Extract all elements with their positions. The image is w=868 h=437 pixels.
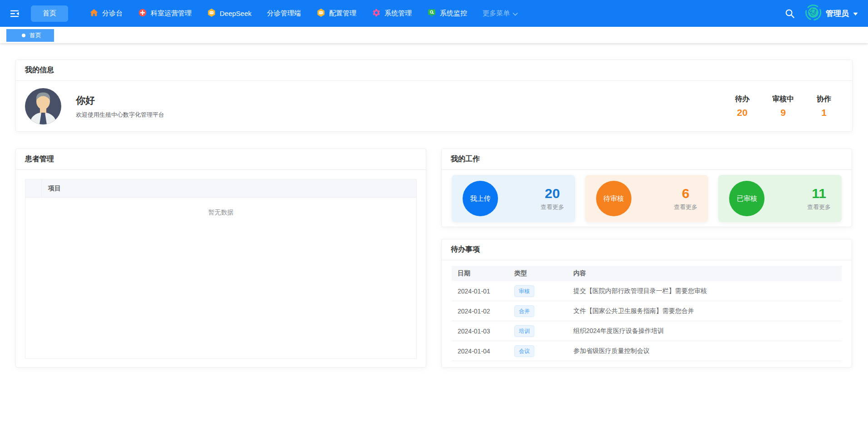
stat-label: 协作 [817, 94, 831, 104]
top-navbar: 首页 分诊台 科室运营管理 DeepSeek 分诊管理端 配置管理 系统管理 [0, 0, 868, 27]
view-more-link[interactable]: 查看更多 [807, 203, 831, 211]
work-tile-pending-review[interactable]: 待审核 6 查看更多 [585, 175, 709, 222]
monitor-search-icon [427, 8, 436, 19]
work-tile-label: 我上传 [463, 181, 498, 216]
main-content: 我的信息 你好 欢迎使用生殖中心数字化管理平台 待办 [0, 43, 868, 367]
column-header-content: 内容 [567, 269, 842, 278]
todo-date: 2024-01-03 [452, 328, 508, 335]
chevron-down-icon [513, 10, 518, 17]
nav-more-menu[interactable]: 更多菜单 [475, 0, 526, 27]
nav-item-label: 科室运营管理 [151, 9, 192, 18]
todo-table-header: 日期 类型 内容 [452, 266, 842, 281]
type-badge: 会议 [514, 345, 534, 357]
caret-down-icon [853, 9, 858, 18]
work-tile-reviewed[interactable]: 已审核 11 查看更多 [718, 175, 842, 222]
nav-item-label: 更多菜单 [483, 9, 510, 18]
tab-bar: 首页 [0, 27, 868, 43]
medical-cross-icon [138, 8, 147, 19]
nav-item-deepseek[interactable]: DeepSeek [199, 0, 259, 27]
work-tile-value: 11 [807, 186, 831, 201]
stat-value: 9 [772, 107, 794, 118]
work-tile-value: 6 [674, 186, 697, 201]
todo-date: 2024-01-01 [452, 288, 508, 295]
my-work-card: 我的工作 我上传 20 查看更多 待审核 6 查看更多 [441, 149, 852, 227]
column-header: 项目 [42, 184, 61, 193]
stat-in-review[interactable]: 审核中 9 [772, 94, 794, 118]
user-logo-avatar [805, 4, 822, 23]
type-badge: 审核 [514, 285, 534, 297]
my-info-title: 我的信息 [16, 60, 852, 81]
home-icon [89, 8, 99, 19]
todo-content: 参加省级医疗质量控制会议 [567, 347, 842, 355]
greeting-block: 你好 欢迎使用生殖中心数字化管理平台 [76, 94, 164, 119]
column-header-date: 日期 [452, 269, 508, 278]
search-icon[interactable] [780, 5, 799, 23]
nav-item-system-monitor[interactable]: 系统监控 [419, 0, 475, 27]
robot-hexagon-icon [316, 8, 326, 19]
stat-value: 20 [735, 107, 750, 118]
todo-content: 提交【医院内部行政管理目录一栏】需要您审核 [567, 287, 842, 295]
robot-hexagon-icon [207, 8, 216, 19]
active-tab-dot-icon [22, 34, 25, 37]
work-tile-value: 20 [541, 186, 564, 201]
profile-avatar [25, 88, 61, 124]
view-more-link[interactable]: 查看更多 [674, 203, 697, 211]
greeting-text: 你好 [76, 94, 164, 107]
work-tile-label: 已审核 [729, 181, 764, 216]
user-menu[interactable]: 管理员 [805, 4, 858, 23]
nav-item-label: 分诊台 [102, 9, 123, 18]
nav-item-label: DeepSeek [220, 10, 252, 17]
stat-label: 待办 [735, 94, 750, 104]
todo-content: 文件【国家公共卫生服务指南】需要您合并 [567, 307, 842, 315]
nav-item-label: 配置管理 [329, 9, 356, 18]
nav-item-label: 分诊管理端 [267, 9, 301, 18]
table-row: 2024-01-03 培训 组织2024年度医疗设备操作培训 [452, 321, 842, 341]
info-stats: 待办 20 审核中 9 协作 1 [735, 94, 843, 118]
patient-table-header: 项目 [25, 179, 416, 198]
table-row: 2024-01-01 审核 提交【医院内部行政管理目录一栏】需要您审核 [452, 281, 842, 301]
gear-icon [372, 8, 381, 19]
work-tile-uploaded[interactable]: 我上传 20 查看更多 [452, 175, 575, 222]
nav-item-triage-desk[interactable]: 分诊台 [82, 0, 130, 27]
type-badge: 合并 [514, 305, 534, 317]
sidebar-collapse-icon[interactable] [5, 5, 24, 23]
todo-date: 2024-01-04 [452, 348, 508, 355]
column-header-type: 类型 [508, 269, 567, 278]
nav-item-label: 系统管理 [385, 9, 412, 18]
table-row: 2024-01-02 合并 文件【国家公共卫生服务指南】需要您合并 [452, 301, 842, 321]
tab-home[interactable]: 首页 [6, 29, 54, 42]
stat-collaboration[interactable]: 协作 1 [817, 94, 831, 118]
nav-item-label: 系统监控 [440, 9, 467, 18]
nav-item-triage-admin[interactable]: 分诊管理端 [259, 0, 309, 27]
stat-value: 1 [817, 107, 831, 118]
my-work-title: 我的工作 [442, 149, 852, 170]
work-tile-label: 待审核 [596, 181, 631, 216]
patient-table: 项目 暂无数据 [25, 179, 417, 359]
patient-mgmt-title: 患者管理 [16, 149, 426, 170]
patient-mgmt-card: 患者管理 项目 暂无数据 [15, 149, 426, 367]
index-column-header [25, 179, 42, 197]
empty-state-text: 暂无数据 [25, 198, 416, 217]
welcome-text: 欢迎使用生殖中心数字化管理平台 [76, 111, 164, 119]
todo-date: 2024-01-02 [452, 308, 508, 315]
type-badge: 培训 [514, 325, 534, 337]
table-row: 2024-01-04 会议 参加省级医疗质量控制会议 [452, 341, 842, 361]
my-info-card: 我的信息 你好 欢迎使用生殖中心数字化管理平台 待办 [15, 60, 853, 132]
stat-label: 审核中 [772, 94, 794, 104]
stat-pending[interactable]: 待办 20 [735, 94, 750, 118]
nav-item-system-admin[interactable]: 系统管理 [364, 0, 419, 27]
view-more-link[interactable]: 查看更多 [541, 203, 564, 211]
todo-content: 组织2024年度医疗设备操作培训 [567, 327, 842, 335]
nav-item-dept-operations[interactable]: 科室运营管理 [130, 0, 199, 27]
user-name: 管理员 [826, 8, 849, 19]
todo-title: 待办事项 [442, 239, 852, 260]
nav-item-config[interactable]: 配置管理 [309, 0, 364, 27]
todo-card: 待办事项 日期 类型 内容 2024-01-01 审核 提交【医院内部行政管理目… [441, 239, 852, 367]
tab-label: 首页 [30, 31, 41, 40]
nav-home-button[interactable]: 首页 [31, 5, 68, 22]
